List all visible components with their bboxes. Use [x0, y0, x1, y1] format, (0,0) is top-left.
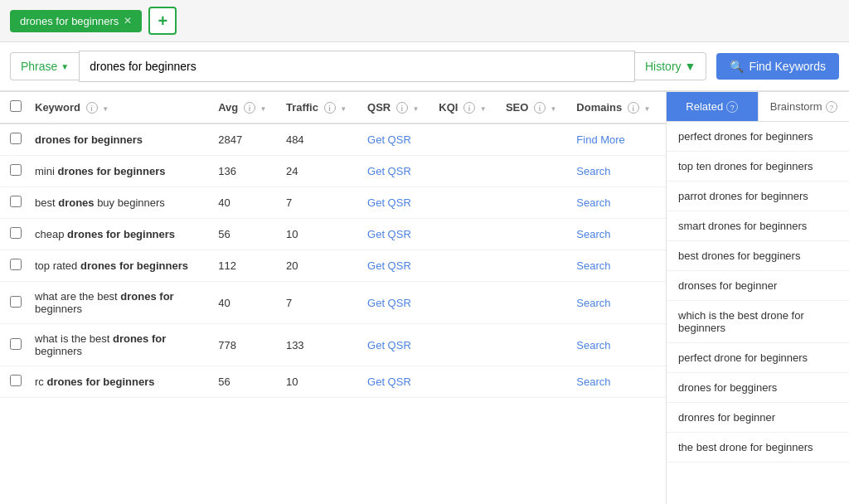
seo-cell: [499, 282, 570, 324]
get-qsr-link[interactable]: Get QSR: [367, 259, 411, 272]
related-item[interactable]: dronses for beginner: [667, 271, 849, 301]
keyword-cell: top rated drones for beginners: [28, 250, 211, 282]
qsr-cell[interactable]: Get QSR: [361, 282, 432, 324]
row-checkbox[interactable]: [10, 296, 22, 308]
search-link[interactable]: Search: [576, 165, 610, 177]
keyword-header: Keyword i ▼: [28, 92, 211, 124]
qsr-cell[interactable]: Get QSR: [361, 187, 432, 219]
add-tab-button[interactable]: +: [148, 7, 177, 35]
avg-cell: 40: [211, 282, 279, 324]
traffic-cell: 10: [279, 219, 361, 250]
related-item[interactable]: perfect drones for beginners: [667, 122, 849, 152]
get-qsr-link[interactable]: Get QSR: [367, 339, 411, 351]
domains-cell[interactable]: Search: [570, 366, 666, 398]
keyword-sort-icon: ▼: [102, 105, 109, 113]
seo-sort-icon: ▼: [551, 105, 557, 113]
search-link[interactable]: Search: [576, 297, 610, 309]
avg-cell: 56: [211, 366, 279, 398]
get-qsr-link[interactable]: Get QSR: [367, 376, 411, 388]
kqi-cell: [432, 282, 499, 324]
search-icon: 🔍: [730, 60, 744, 73]
search-link[interactable]: Search: [576, 196, 610, 209]
get-qsr-link[interactable]: Get QSR: [367, 196, 411, 209]
row-checkbox[interactable]: [10, 375, 22, 386]
history-dropdown[interactable]: History ▼: [635, 52, 706, 80]
keyword-info-icon[interactable]: i: [86, 102, 98, 114]
qsr-sort-icon: ▼: [412, 105, 419, 113]
seo-cell: [499, 250, 570, 282]
seo-header: SEO i ▼: [499, 92, 570, 124]
qsr-cell[interactable]: Get QSR: [361, 366, 432, 398]
select-all-checkbox[interactable]: [10, 100, 22, 112]
find-keywords-button[interactable]: 🔍 Find Keywords: [716, 53, 839, 80]
get-qsr-link[interactable]: Get QSR: [367, 133, 411, 146]
related-item[interactable]: smart drones for beginners: [667, 211, 849, 241]
kqi-cell: [432, 124, 499, 156]
kqi-header: KQI i ▼: [432, 92, 499, 124]
row-checkbox[interactable]: [10, 164, 22, 176]
seo-cell: [499, 366, 570, 398]
brainstorm-info-icon[interactable]: ?: [826, 101, 837, 113]
domains-cell[interactable]: Search: [570, 219, 666, 250]
row-checkbox[interactable]: [10, 133, 22, 144]
kqi-cell: [432, 250, 499, 282]
traffic-cell: 7: [279, 282, 361, 324]
qsr-cell[interactable]: Get QSR: [361, 124, 432, 156]
history-label: History: [645, 60, 682, 73]
kqi-cell: [432, 187, 499, 219]
domains-cell[interactable]: Search: [570, 250, 666, 282]
phrase-dropdown[interactable]: Phrase ▼: [10, 52, 79, 80]
kqi-sort-icon: ▼: [480, 105, 487, 113]
seo-info-icon[interactable]: i: [534, 102, 546, 114]
row-checkbox[interactable]: [10, 196, 22, 207]
search-link[interactable]: Search: [576, 376, 610, 388]
domains-sort-icon: ▼: [643, 105, 650, 113]
qsr-info-icon[interactable]: i: [396, 102, 408, 114]
get-qsr-link[interactable]: Get QSR: [367, 297, 411, 309]
get-qsr-link[interactable]: Get QSR: [367, 228, 411, 240]
tab-drones-for-beginners[interactable]: drones for beginners ✕: [10, 10, 142, 32]
related-item[interactable]: dronres for beginner: [667, 403, 849, 433]
related-item[interactable]: parrot drones for beginners: [667, 182, 849, 211]
tab-related[interactable]: Related ?: [667, 92, 758, 121]
domains-cell[interactable]: Search: [570, 156, 666, 187]
qsr-cell[interactable]: Get QSR: [361, 219, 432, 250]
row-checkbox[interactable]: [10, 338, 22, 350]
keyword-cell: what are the best drones forbeginners: [28, 282, 211, 324]
keyword-table: Keyword i ▼ Avg i ▼ Traffic i ▼: [0, 92, 666, 398]
domains-cell[interactable]: Search: [570, 282, 666, 324]
close-tab-icon[interactable]: ✕: [124, 15, 132, 27]
keyword-table-section: Keyword i ▼ Avg i ▼ Traffic i ▼: [0, 92, 667, 504]
qsr-cell[interactable]: Get QSR: [361, 250, 432, 282]
select-all-header[interactable]: [0, 92, 28, 124]
search-link[interactable]: Search: [576, 228, 610, 240]
related-item[interactable]: perfect drone for beginners: [667, 343, 849, 373]
search-link[interactable]: Search: [576, 259, 610, 272]
domains-info-icon[interactable]: i: [628, 102, 639, 114]
get-qsr-link[interactable]: Get QSR: [367, 165, 411, 177]
related-item[interactable]: best drones for begginers: [667, 241, 849, 271]
related-item[interactable]: drones for begginers: [667, 373, 849, 403]
domains-cell[interactable]: Find More: [570, 124, 666, 156]
history-chevron-icon: ▼: [685, 60, 696, 73]
domains-cell[interactable]: Search: [570, 187, 666, 219]
qsr-cell[interactable]: Get QSR: [361, 324, 432, 366]
row-checkbox[interactable]: [10, 259, 22, 270]
keyword-search-input[interactable]: [79, 51, 635, 82]
qsr-cell[interactable]: Get QSR: [361, 156, 432, 187]
domains-cell[interactable]: Search: [570, 324, 666, 366]
tab-brainstorm[interactable]: Brainstorm ?: [758, 92, 850, 121]
related-item[interactable]: top ten drones for beginners: [667, 152, 849, 182]
domains-header: Domains i ▼: [570, 92, 666, 124]
search-link[interactable]: Search: [576, 339, 610, 351]
related-info-icon[interactable]: ?: [726, 101, 738, 113]
traffic-cell: 7: [279, 187, 361, 219]
seo-cell: [499, 124, 570, 156]
avg-info-icon[interactable]: i: [244, 102, 255, 114]
find-more-link[interactable]: Find More: [576, 133, 625, 146]
related-item[interactable]: which is the best drone for beginners: [667, 301, 849, 343]
related-item[interactable]: the best drone for beginners: [667, 433, 849, 463]
kqi-info-icon[interactable]: i: [463, 102, 475, 114]
row-checkbox[interactable]: [10, 227, 22, 239]
traffic-info-icon[interactable]: i: [324, 102, 336, 114]
